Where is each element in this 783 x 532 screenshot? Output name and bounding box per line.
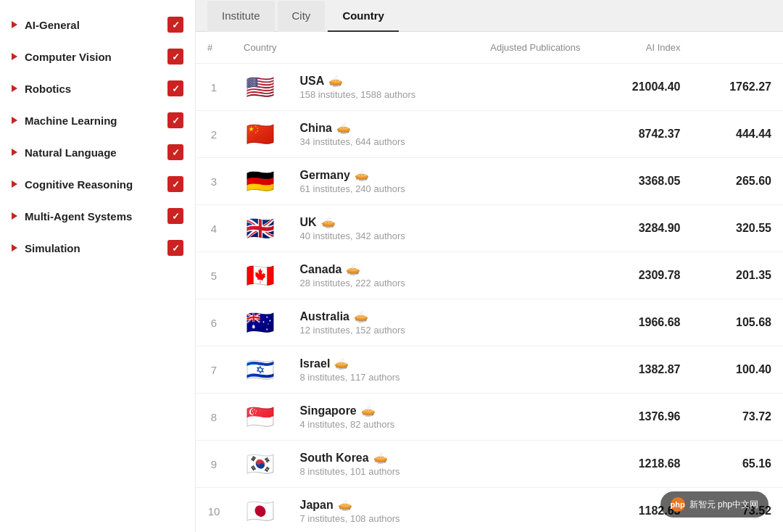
sidebar-arrow-icon [12,85,17,92]
adjusted-publications-cell: 1966.68 [592,299,692,346]
sidebar-item-label: Simulation [25,242,80,254]
table-row[interactable]: 9 🇰🇷 South Korea 🥧 8 institutes, 101 aut… [196,441,783,488]
watermark: php 新智元 php中文网 [660,491,768,518]
sidebar-item-left: Multi-Agent Systems [12,210,132,223]
pie-chart-icon: 🥧 [321,215,336,229]
rank-cell: 2 [196,111,232,158]
table-row[interactable]: 8 🇸🇬 Singapore 🥧 4 institutes, 82 author… [196,394,783,441]
table-container: #CountryAdjusted PublicationsAI Index 1 … [196,32,783,532]
table-row[interactable]: 5 🇨🇦 Canada 🥧 28 institutes, 222 authors… [196,252,783,299]
country-cell: China 🥧 34 institutes, 644 authors [289,111,592,158]
sidebar-checkbox[interactable] [167,240,183,256]
country-sub: 7 institutes, 108 authors [300,513,581,524]
table-row[interactable]: 6 🇦🇺 Australia 🥧 12 institutes, 152 auth… [196,299,783,346]
country-cell: South Korea 🥧 8 institutes, 101 authors [289,441,592,488]
flag-cell: 🇸🇬 [232,394,289,441]
pie-chart-icon: 🥧 [361,404,376,417]
country-sub: 34 institutes, 644 authors [300,136,581,147]
col-header-country: Country [232,32,289,64]
sidebar-item-machine-learning[interactable]: Machine Learning [0,104,195,136]
flag-emoji: 🇨🇦 [246,262,275,288]
tab-city[interactable]: City [278,1,326,32]
country-name-row: UK 🥧 [300,215,581,229]
country-name: UK [300,216,317,229]
adjusted-publications-cell: 21004.40 [592,64,692,111]
watermark-text: 新智元 php中文网 [689,499,758,511]
sidebar-arrow-icon [12,149,17,156]
sidebar-item-left: Simulation [12,242,80,254]
sidebar-item-multi-agent-systems[interactable]: Multi-Agent Systems [0,200,195,232]
sidebar-item-simulation[interactable]: Simulation [0,232,195,264]
sidebar-checkbox[interactable] [167,144,183,160]
sidebar-checkbox[interactable] [167,176,183,192]
flag-emoji: 🇩🇪 [246,168,275,194]
country-name: USA [300,75,325,88]
adjusted-publications-cell: 1382.87 [592,346,692,394]
sidebar-item-ai-general[interactable]: AI-General [0,9,195,41]
country-name: China [300,122,332,135]
sidebar-checkbox[interactable] [167,208,183,224]
sidebar-item-computer-vision[interactable]: Computer Vision [0,41,195,72]
country-name: Israel [300,357,331,370]
country-sub: 61 institutes, 240 authors [300,183,581,194]
table-body: 1 🇺🇸 USA 🥧 158 institutes, 1588 authors … [196,64,783,533]
adjusted-publications-cell: 3284.90 [592,205,692,252]
rank-cell: 5 [196,252,232,299]
flag-cell: 🇰🇷 [232,441,289,488]
adjusted-publications-cell: 1218.68 [592,441,692,488]
sidebar-item-label: Cognitive Reasoning [25,178,133,191]
country-name-row: Australia 🥧 [300,309,581,323]
ai-index-cell: 265.60 [692,158,783,205]
country-name: Japan [300,499,334,512]
sidebar-checkbox[interactable] [167,80,183,96]
country-cell: UK 🥧 40 institutes, 342 authors [289,205,592,252]
ai-index-cell: 444.44 [692,111,783,158]
sidebar-checkbox[interactable] [167,49,183,65]
rank-cell: 8 [196,394,232,441]
country-sub: 8 institutes, 117 authors [300,372,581,383]
adjusted-publications-cell: 1376.96 [592,394,692,441]
flag-cell: 🇨🇦 [232,252,289,299]
table-row[interactable]: 7 🇮🇱 Israel 🥧 8 institutes, 117 authors … [196,346,783,394]
table-row[interactable]: 2 🇨🇳 China 🥧 34 institutes, 644 authors … [196,111,783,158]
sidebar-arrow-icon [12,53,17,60]
flag-emoji: 🇮🇱 [246,357,275,383]
sidebar-item-cognitive-reasoning[interactable]: Cognitive Reasoning [0,168,195,200]
country-name-row: South Korea 🥧 [300,451,581,465]
sidebar-item-label: AI-General [25,19,80,31]
country-name-row: Canada 🥧 [300,262,581,276]
col-header-ai-index: AI Index [592,32,692,64]
rank-cell: 6 [196,299,232,346]
flag-emoji: 🇸🇬 [246,404,275,430]
ai-index-cell: 320.55 [692,205,783,252]
tab-institute[interactable]: Institute [207,1,275,32]
sidebar-item-left: Natural Language [12,146,117,159]
sidebar-item-robotics[interactable]: Robotics [0,72,195,104]
flag-cell: 🇬🇧 [232,205,289,252]
flag-emoji: 🇨🇳 [246,121,275,147]
tab-country[interactable]: Country [328,1,399,32]
sidebar-checkbox[interactable] [167,112,183,128]
sidebar-arrow-icon [12,180,17,188]
country-cell: Australia 🥧 12 institutes, 152 authors [289,299,592,346]
table-row[interactable]: 1 🇺🇸 USA 🥧 158 institutes, 1588 authors … [196,64,783,111]
sidebar-item-label: Robotics [25,83,71,95]
country-sub: 158 institutes, 1588 authors [300,89,581,100]
rank-cell: 4 [196,205,232,252]
rank-cell: 1 [196,64,232,111]
sidebar-arrow-icon [12,117,17,124]
table-row[interactable]: 3 🇩🇪 Germany 🥧 61 institutes, 240 author… [196,158,783,205]
flag-cell: 🇦🇺 [232,299,289,346]
sidebar-checkbox[interactable] [167,17,183,33]
country-table: #CountryAdjusted PublicationsAI Index 1 … [196,32,783,532]
sidebar-item-natural-language[interactable]: Natural Language [0,136,195,168]
flag-emoji: 🇺🇸 [246,74,275,100]
main-content: InstituteCityCountry #CountryAdjusted Pu… [196,0,783,532]
watermark-logo: php [671,497,685,512]
adjusted-publications-cell: 8742.37 [592,111,692,158]
pie-chart-icon: 🥧 [373,451,388,465]
pie-chart-icon: 🥧 [338,498,352,512]
country-name-row: China 🥧 [300,121,581,135]
table-row[interactable]: 4 🇬🇧 UK 🥧 40 institutes, 342 authors 328… [196,205,783,252]
sidebar-item-left: Machine Learning [12,115,117,127]
